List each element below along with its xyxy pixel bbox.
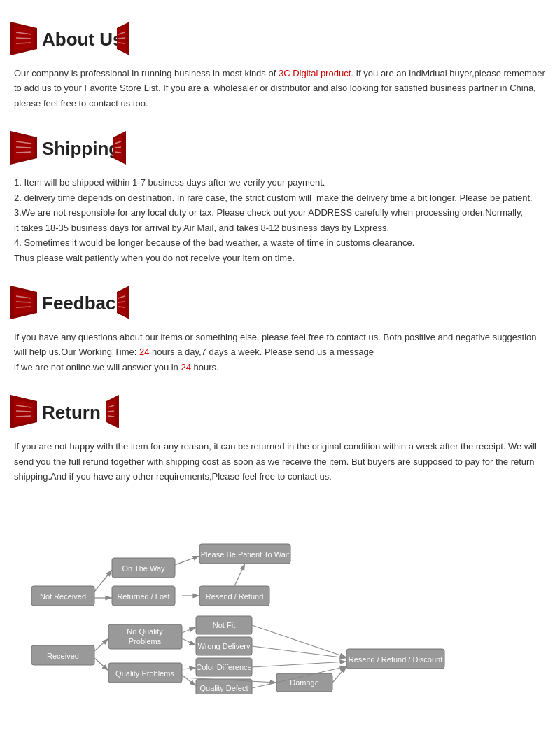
highlight-24-1: 24	[139, 347, 149, 357]
svg-line-42	[108, 411, 114, 412]
node-no-quality: No Quality	[127, 627, 163, 636]
svg-line-26	[16, 307, 31, 307]
svg-line-14	[16, 147, 31, 148]
node-received: Received	[47, 652, 79, 660]
node-returned-lost: Returned / Lost	[117, 592, 169, 601]
svg-line-32	[118, 307, 125, 307]
return-text: If you are not happy with the item for a…	[10, 439, 550, 484]
svg-line-31	[118, 302, 125, 302]
feedback-banner: Feedback	[10, 282, 130, 323]
svg-line-9	[118, 38, 125, 39]
node-resend-refund-discount: Resend / Refund / Discount	[349, 655, 443, 664]
svg-line-43	[108, 416, 114, 417]
svg-line-65	[94, 658, 108, 671]
svg-text:Shipping: Shipping	[42, 138, 120, 159]
shipping-banner: Shipping	[10, 127, 126, 168]
node-color-difference: Color Difference	[196, 663, 251, 671]
svg-line-15	[16, 152, 31, 153]
svg-line-21	[115, 152, 121, 153]
feedback-text: If you have any questions about our item…	[10, 330, 550, 375]
svg-line-61	[175, 556, 200, 565]
svg-line-25	[16, 302, 31, 302]
shipping-item-4: 4. Sometimes it would be longer because …	[14, 235, 546, 250]
return-banner: Return	[10, 391, 119, 432]
node-not-fit: Not Fit	[213, 621, 235, 629]
svg-line-59	[94, 570, 112, 592]
highlight-18-35: 18-35	[46, 223, 69, 233]
svg-line-63	[234, 564, 245, 586]
node-not-received: Not Received	[40, 592, 86, 601]
node-no-quality-2: Problems	[129, 637, 162, 645]
svg-line-66	[182, 627, 196, 633]
svg-text:Feedback: Feedback	[42, 293, 126, 314]
node-wrong-delivery: Wrong Delivery	[198, 642, 251, 650]
svg-line-73	[252, 662, 346, 667]
svg-line-3	[16, 38, 31, 39]
node-on-the-way: On The Way	[122, 564, 165, 573]
svg-line-67	[182, 638, 196, 645]
svg-line-36	[16, 411, 31, 412]
highlight-3c: 3C Digital product	[279, 68, 351, 78]
shipping-item-2: 2. delivery time depends on destination.…	[14, 190, 546, 205]
node-damage: Damage	[290, 678, 319, 687]
shipping-item-1: 1. Item will be shipped within 1-7 busin…	[14, 175, 546, 190]
about-us-text: Our company is professional in running b…	[10, 66, 550, 111]
svg-line-20	[115, 147, 121, 148]
shipping-item-5: Thus please wait patiently when you do n…	[14, 251, 546, 265]
svg-line-69	[182, 675, 196, 686]
svg-line-4	[16, 43, 31, 43]
shipping-list: 1. Item will be shipped within 1-7 busin…	[10, 175, 550, 265]
flowchart: Not Received On The Way Returned / Lost …	[10, 505, 550, 701]
highlight-8-12: 8-12	[261, 223, 279, 233]
svg-text:Return: Return	[42, 402, 101, 423]
svg-line-68	[182, 668, 196, 669]
node-please-patient: Please Be Patient To Wait	[201, 550, 290, 559]
node-quality-defect: Quality Defect	[200, 684, 248, 692]
shipping-item-3: 3.We are not responsible for any local d…	[14, 205, 546, 235]
highlight-24-2: 24	[181, 362, 190, 372]
svg-line-64	[94, 638, 108, 651]
about-us-banner: About Us	[10, 18, 130, 59]
svg-line-10	[118, 43, 125, 43]
node-quality-problems: Quality Problems	[115, 669, 174, 678]
svg-line-37	[16, 416, 31, 417]
highlight-1-7: 1-7	[132, 177, 146, 188]
svg-text:About Us: About Us	[42, 29, 123, 50]
node-resend-refund: Resend / Refund	[206, 592, 264, 601]
